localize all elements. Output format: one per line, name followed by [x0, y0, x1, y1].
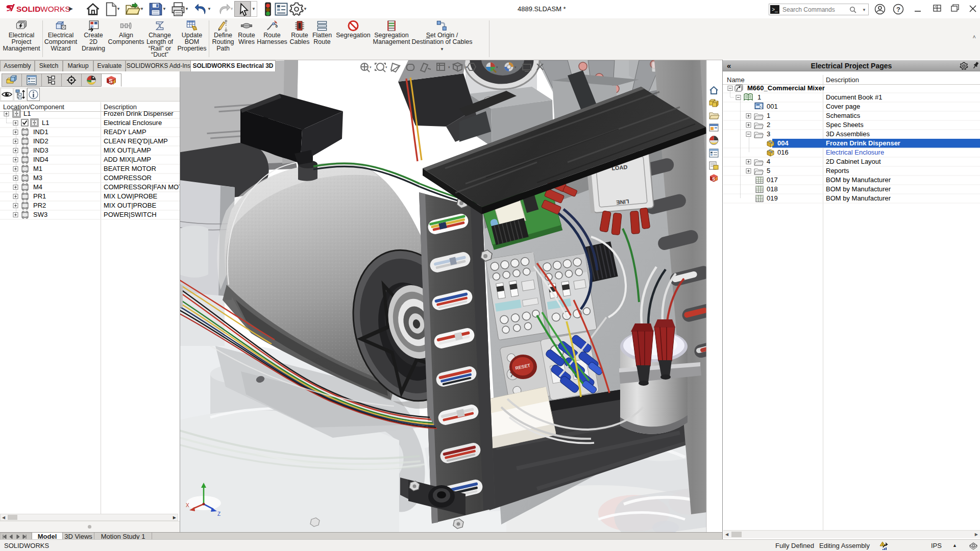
svg-text:▾: ▾ [514, 65, 517, 69]
svg-text:S: S [109, 78, 112, 84]
svg-text:X: X [186, 503, 189, 508]
svg-text:▾: ▾ [465, 65, 468, 69]
svg-text:▾: ▾ [385, 65, 387, 69]
svg-text:0: 0 [276, 24, 278, 29]
svg-text:!: ! [882, 543, 883, 546]
svg-text:WORKS: WORKS [40, 5, 70, 13]
svg-text:▾: ▾ [496, 65, 498, 69]
svg-text:SOLID: SOLID [16, 5, 40, 13]
svg-text:S: S [712, 177, 715, 182]
svg-text:LINE: LINE [616, 198, 629, 206]
svg-text:▾: ▾ [370, 65, 372, 69]
svg-text:?: ? [896, 6, 900, 13]
svg-text:▾: ▾ [448, 65, 450, 69]
svg-text:Z: Z [217, 511, 220, 517]
